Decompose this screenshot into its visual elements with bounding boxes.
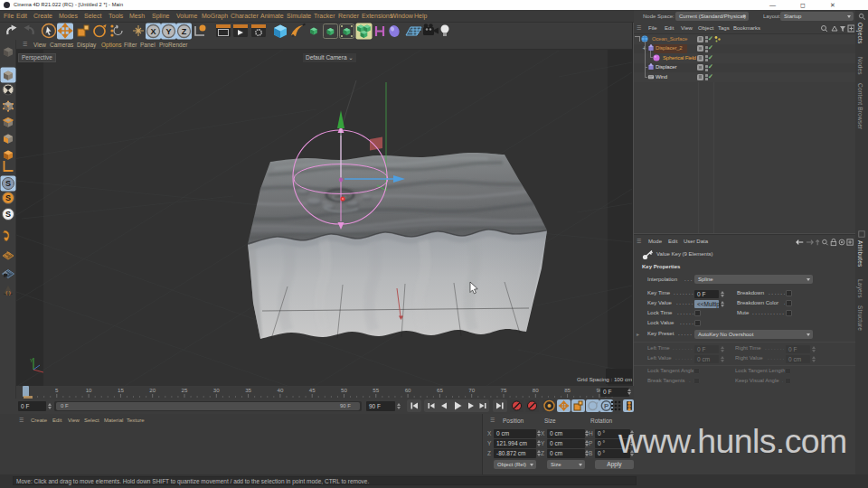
svg-text:Y: Y [30, 358, 33, 363]
svg-text:Y: Y [165, 27, 171, 36]
svg-text:Z: Z [182, 27, 187, 36]
svg-text:5: 5 [55, 387, 59, 393]
svg-text:S: S [5, 179, 11, 188]
svg-text:45: 45 [309, 387, 316, 393]
svg-text:S: S [5, 210, 11, 219]
svg-text:30: 30 [213, 387, 220, 393]
svg-text:20: 20 [149, 387, 156, 393]
svg-text:35: 35 [245, 387, 251, 393]
svg-text:85: 85 [564, 387, 571, 393]
svg-text:X: X [150, 27, 156, 36]
svg-text:15: 15 [118, 387, 124, 393]
svg-text:25: 25 [182, 387, 188, 393]
svg-text:S: S [5, 193, 11, 202]
svg-text:55: 55 [373, 387, 379, 393]
svg-text:( ): ( ) [5, 290, 11, 296]
svg-text:80: 80 [533, 387, 539, 393]
svg-text:70: 70 [468, 387, 475, 393]
svg-text:65: 65 [437, 387, 443, 393]
svg-text:50: 50 [341, 387, 347, 393]
svg-text:60: 60 [405, 387, 411, 393]
svg-text:75: 75 [501, 387, 507, 393]
svg-text:40: 40 [277, 387, 283, 393]
svg-text:10: 10 [86, 387, 92, 393]
